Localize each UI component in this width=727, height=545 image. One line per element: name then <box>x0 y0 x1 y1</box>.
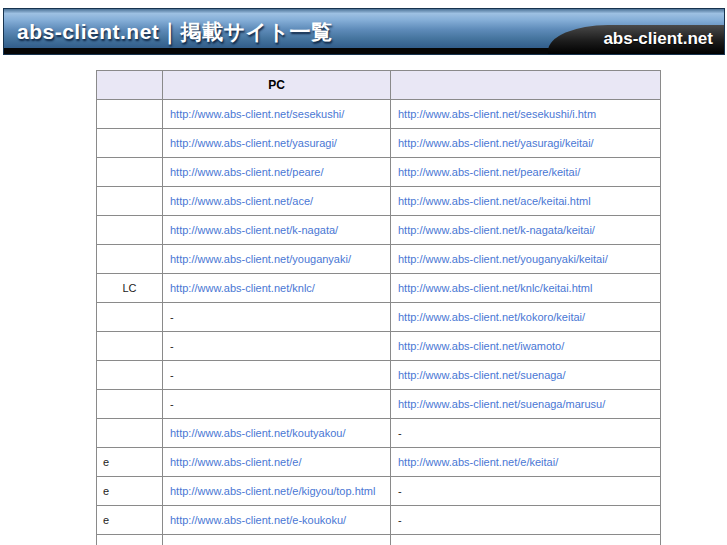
pc-link[interactable]: http://www.abs-client.net/yasuragi/ <box>170 137 337 149</box>
table-row: - http://www.abs-client.net/suenaga/ <box>97 361 661 390</box>
pc-link[interactable]: http://www.abs-client.net/koutyakou/ <box>170 427 345 439</box>
row-label: e <box>97 506 163 535</box>
row-label <box>97 129 163 158</box>
row-label: e <box>97 448 163 477</box>
mobile-link[interactable]: http://www.abs-client.net/peare/keitai/ <box>398 166 580 178</box>
row-label <box>97 216 163 245</box>
row-label <box>97 245 163 274</box>
pc-link[interactable]: http://www.abs-client.net/sesekushi/ <box>170 108 344 120</box>
pc-empty: - <box>170 369 174 381</box>
row-label <box>97 100 163 129</box>
page-title: abs-client.net｜掲載サイト一覧 <box>17 18 332 46</box>
table-row: http://www.abs-client.net/ace/ http://ww… <box>97 187 661 216</box>
pc-empty: - <box>170 398 174 410</box>
mobile-empty: - <box>398 485 402 497</box>
pc-link[interactable]: http://www.abs-client.net/knlc/ <box>170 282 315 294</box>
pc-empty: - <box>170 340 174 352</box>
mobile-link[interactable]: http://www.abs-client.net/ace/keitai.htm… <box>398 195 591 207</box>
banner-corner-shape: abs-client.net <box>548 25 724 54</box>
mobile-link[interactable]: http://www.abs-client.net/e/keitai/ <box>398 456 558 468</box>
header-cell-label <box>97 71 163 100</box>
pc-empty: - <box>170 311 174 323</box>
mobile-link[interactable]: http://www.abs-client.net/suenaga/ <box>398 369 566 381</box>
pc-link[interactable]: http://www.abs-client.net/e-koukoku/ <box>170 514 346 526</box>
table-row: - http://www.abs-client.net/kokoro/keita… <box>97 303 661 332</box>
table-row: http://www.abs-client.net/yasuragi/ http… <box>97 129 661 158</box>
row-label <box>97 332 163 361</box>
sites-table: PC http://www.abs-client.net/sesekushi/ … <box>96 70 661 545</box>
row-label: e <box>97 477 163 506</box>
mobile-empty: - <box>398 427 402 439</box>
row-label <box>97 535 163 545</box>
header-banner: abs-client.net｜掲載サイト一覧 abs-client.net <box>3 8 725 55</box>
pc-link[interactable]: http://www.abs-client.net/youganyaki/ <box>170 253 351 265</box>
table-row: http://www.abs-client.net/yae/ http://ww… <box>97 535 661 545</box>
site-logo: abs-client.net <box>603 29 713 49</box>
table-row: e http://www.abs-client.net/e/kigyou/top… <box>97 477 661 506</box>
table-row: e http://www.abs-client.net/e-koukoku/ - <box>97 506 661 535</box>
row-label <box>97 361 163 390</box>
mobile-link[interactable]: http://www.abs-client.net/yasuragi/keita… <box>398 137 594 149</box>
mobile-link[interactable]: http://www.abs-client.net/suenaga/marusu… <box>398 398 605 410</box>
table-row: http://www.abs-client.net/koutyakou/ - <box>97 419 661 448</box>
row-label: LC <box>97 274 163 303</box>
table-row: e http://www.abs-client.net/e/ http://ww… <box>97 448 661 477</box>
table-row: - http://www.abs-client.net/iwamoto/ <box>97 332 661 361</box>
table-row: - http://www.abs-client.net/suenaga/maru… <box>97 390 661 419</box>
row-label <box>97 419 163 448</box>
row-label <box>97 158 163 187</box>
pc-link[interactable]: http://www.abs-client.net/ace/ <box>170 195 313 207</box>
mobile-link[interactable]: http://www.abs-client.net/youganyaki/kei… <box>398 253 608 265</box>
table-row: LC http://www.abs-client.net/knlc/ http:… <box>97 274 661 303</box>
row-label <box>97 390 163 419</box>
row-label <box>97 303 163 332</box>
table-row: http://www.abs-client.net/sesekushi/ htt… <box>97 100 661 129</box>
mobile-empty: - <box>398 514 402 526</box>
pc-link[interactable]: http://www.abs-client.net/peare/ <box>170 166 323 178</box>
mobile-link[interactable]: http://www.abs-client.net/iwamoto/ <box>398 340 564 352</box>
row-label <box>97 187 163 216</box>
pc-link[interactable]: http://www.abs-client.net/k-nagata/ <box>170 224 338 236</box>
table-row: http://www.abs-client.net/youganyaki/ ht… <box>97 245 661 274</box>
mobile-link[interactable]: http://www.abs-client.net/knlc/keitai.ht… <box>398 282 592 294</box>
mobile-link[interactable]: http://www.abs-client.net/kokoro/keitai/ <box>398 311 585 323</box>
pc-link[interactable]: http://www.abs-client.net/e/ <box>170 456 301 468</box>
pc-link[interactable]: http://www.abs-client.net/e/kigyou/top.h… <box>170 485 375 497</box>
table-row: http://www.abs-client.net/peare/ http://… <box>97 158 661 187</box>
header-cell-mobile <box>391 71 661 100</box>
table-row: http://www.abs-client.net/k-nagata/ http… <box>97 216 661 245</box>
table-header-row: PC <box>97 71 661 100</box>
mobile-link[interactable]: http://www.abs-client.net/sesekushi/i.ht… <box>398 108 596 120</box>
header-cell-pc: PC <box>163 71 391 100</box>
mobile-link[interactable]: http://www.abs-client.net/k-nagata/keita… <box>398 224 595 236</box>
